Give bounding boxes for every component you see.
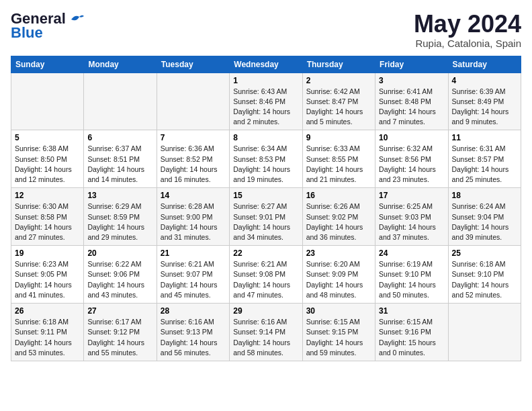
day-number: 5	[15, 133, 80, 142]
calendar-week-row: 19Sunrise: 6:23 AMSunset: 9:05 PMDayligh…	[11, 246, 521, 304]
day-info: Sunrise: 6:18 AMSunset: 9:10 PMDaylight:…	[452, 259, 517, 300]
day-info: Sunrise: 6:31 AMSunset: 8:57 PMDaylight:…	[452, 144, 517, 185]
title-block: May 2024 Rupia, Catalonia, Spain	[414, 11, 521, 49]
calendar-cell: 24Sunrise: 6:19 AMSunset: 9:10 PMDayligh…	[375, 246, 448, 304]
day-info: Sunrise: 6:22 AMSunset: 9:06 PMDaylight:…	[87, 259, 152, 300]
calendar-cell	[11, 73, 84, 130]
day-number: 22	[233, 248, 298, 258]
calendar-day-header: Tuesday	[157, 56, 229, 73]
day-number: 8	[233, 133, 298, 142]
calendar-cell: 12Sunrise: 6:30 AMSunset: 8:58 PMDayligh…	[11, 188, 84, 246]
calendar-header-row: SundayMondayTuesdayWednesdayThursdayFrid…	[11, 56, 521, 73]
logo-text-blue: Blue	[11, 24, 43, 42]
day-info: Sunrise: 6:29 AMSunset: 8:59 PMDaylight:…	[87, 201, 152, 242]
calendar-cell: 31Sunrise: 6:15 AMSunset: 9:16 PMDayligh…	[375, 304, 448, 361]
calendar-cell: 30Sunrise: 6:15 AMSunset: 9:15 PMDayligh…	[302, 304, 375, 361]
day-number: 9	[306, 133, 371, 142]
calendar-cell: 23Sunrise: 6:20 AMSunset: 9:09 PMDayligh…	[302, 246, 375, 304]
day-number: 21	[161, 248, 226, 258]
page-header: General Blue May 2024 Rupia, Catalonia, …	[11, 11, 521, 49]
day-info: Sunrise: 6:32 AMSunset: 8:56 PMDaylight:…	[379, 144, 444, 185]
day-number: 7	[161, 133, 226, 142]
day-number: 17	[379, 191, 444, 200]
calendar-cell: 26Sunrise: 6:18 AMSunset: 9:11 PMDayligh…	[11, 304, 84, 361]
day-number: 13	[87, 191, 152, 200]
calendar-cell: 5Sunrise: 6:38 AMSunset: 8:50 PMDaylight…	[11, 130, 84, 188]
day-number: 24	[379, 248, 444, 258]
day-info: Sunrise: 6:19 AMSunset: 9:10 PMDaylight:…	[379, 259, 444, 300]
day-number: 2	[306, 76, 371, 85]
calendar-cell	[84, 73, 157, 130]
day-info: Sunrise: 6:36 AMSunset: 8:52 PMDaylight:…	[161, 144, 226, 185]
calendar-cell: 15Sunrise: 6:27 AMSunset: 9:01 PMDayligh…	[230, 188, 302, 246]
day-info: Sunrise: 6:24 AMSunset: 9:04 PMDaylight:…	[452, 201, 517, 242]
location-subtitle: Rupia, Catalonia, Spain	[414, 38, 521, 49]
day-info: Sunrise: 6:28 AMSunset: 9:00 PMDaylight:…	[161, 201, 226, 242]
day-info: Sunrise: 6:15 AMSunset: 9:15 PMDaylight:…	[306, 317, 371, 358]
calendar-week-row: 5Sunrise: 6:38 AMSunset: 8:50 PMDaylight…	[11, 130, 521, 188]
calendar-day-header: Saturday	[448, 56, 521, 73]
day-number: 3	[379, 76, 444, 85]
calendar-cell: 9Sunrise: 6:33 AMSunset: 8:55 PMDaylight…	[302, 130, 375, 188]
calendar-cell: 16Sunrise: 6:26 AMSunset: 9:02 PMDayligh…	[302, 188, 375, 246]
calendar-cell: 17Sunrise: 6:25 AMSunset: 9:03 PMDayligh…	[375, 188, 448, 246]
day-number: 30	[306, 306, 371, 316]
day-number: 31	[379, 306, 444, 316]
day-info: Sunrise: 6:21 AMSunset: 9:08 PMDaylight:…	[233, 259, 298, 300]
day-number: 26	[15, 306, 80, 316]
day-number: 4	[452, 76, 517, 85]
calendar-cell: 11Sunrise: 6:31 AMSunset: 8:57 PMDayligh…	[448, 130, 521, 188]
calendar-cell	[448, 304, 521, 361]
calendar-day-header: Sunday	[11, 56, 84, 73]
calendar-day-header: Thursday	[302, 56, 375, 73]
calendar-cell: 21Sunrise: 6:21 AMSunset: 9:07 PMDayligh…	[157, 246, 229, 304]
day-number: 11	[452, 133, 517, 142]
calendar-day-header: Friday	[375, 56, 448, 73]
day-info: Sunrise: 6:41 AMSunset: 8:48 PMDaylight:…	[379, 87, 444, 128]
day-number: 27	[87, 306, 152, 316]
calendar-cell: 28Sunrise: 6:16 AMSunset: 9:13 PMDayligh…	[157, 304, 229, 361]
day-info: Sunrise: 6:15 AMSunset: 9:16 PMDaylight:…	[379, 317, 444, 358]
calendar-cell: 6Sunrise: 6:37 AMSunset: 8:51 PMDaylight…	[84, 130, 157, 188]
day-info: Sunrise: 6:23 AMSunset: 9:05 PMDaylight:…	[15, 259, 80, 300]
day-info: Sunrise: 6:16 AMSunset: 9:14 PMDaylight:…	[233, 317, 298, 358]
calendar-table: SundayMondayTuesdayWednesdayThursdayFrid…	[11, 56, 521, 361]
day-number: 20	[87, 248, 152, 258]
calendar-cell: 27Sunrise: 6:17 AMSunset: 9:12 PMDayligh…	[84, 304, 157, 361]
day-info: Sunrise: 6:37 AMSunset: 8:51 PMDaylight:…	[87, 144, 152, 185]
logo-bird-icon	[70, 13, 85, 25]
calendar-cell: 20Sunrise: 6:22 AMSunset: 9:06 PMDayligh…	[84, 246, 157, 304]
calendar-cell: 1Sunrise: 6:43 AMSunset: 8:46 PMDaylight…	[230, 73, 302, 130]
day-number: 6	[87, 133, 152, 142]
calendar-cell: 10Sunrise: 6:32 AMSunset: 8:56 PMDayligh…	[375, 130, 448, 188]
day-number: 23	[306, 248, 371, 258]
calendar-day-header: Monday	[84, 56, 157, 73]
day-info: Sunrise: 6:34 AMSunset: 8:53 PMDaylight:…	[233, 144, 298, 185]
day-number: 19	[15, 248, 80, 258]
calendar-cell: 7Sunrise: 6:36 AMSunset: 8:52 PMDaylight…	[157, 130, 229, 188]
calendar-cell: 22Sunrise: 6:21 AMSunset: 9:08 PMDayligh…	[230, 246, 302, 304]
day-number: 1	[233, 76, 298, 85]
calendar-cell: 13Sunrise: 6:29 AMSunset: 8:59 PMDayligh…	[84, 188, 157, 246]
day-number: 16	[306, 191, 371, 200]
day-info: Sunrise: 6:27 AMSunset: 9:01 PMDaylight:…	[233, 201, 298, 242]
calendar-cell: 18Sunrise: 6:24 AMSunset: 9:04 PMDayligh…	[448, 188, 521, 246]
day-info: Sunrise: 6:26 AMSunset: 9:02 PMDaylight:…	[306, 201, 371, 242]
calendar-cell: 19Sunrise: 6:23 AMSunset: 9:05 PMDayligh…	[11, 246, 84, 304]
day-number: 18	[452, 191, 517, 200]
calendar-week-row: 26Sunrise: 6:18 AMSunset: 9:11 PMDayligh…	[11, 304, 521, 361]
day-info: Sunrise: 6:16 AMSunset: 9:13 PMDaylight:…	[161, 317, 226, 358]
day-info: Sunrise: 6:33 AMSunset: 8:55 PMDaylight:…	[306, 144, 371, 185]
logo: General Blue	[11, 11, 85, 42]
calendar-cell: 2Sunrise: 6:42 AMSunset: 8:47 PMDaylight…	[302, 73, 375, 130]
day-number: 28	[161, 306, 226, 316]
calendar-cell: 25Sunrise: 6:18 AMSunset: 9:10 PMDayligh…	[448, 246, 521, 304]
day-number: 25	[452, 248, 517, 258]
month-year-title: May 2024	[414, 11, 521, 38]
calendar-cell: 29Sunrise: 6:16 AMSunset: 9:14 PMDayligh…	[230, 304, 302, 361]
calendar-cell	[157, 73, 229, 130]
calendar-day-header: Wednesday	[230, 56, 302, 73]
calendar-cell: 4Sunrise: 6:39 AMSunset: 8:49 PMDaylight…	[448, 73, 521, 130]
day-number: 29	[233, 306, 298, 316]
calendar-week-row: 1Sunrise: 6:43 AMSunset: 8:46 PMDaylight…	[11, 73, 521, 130]
